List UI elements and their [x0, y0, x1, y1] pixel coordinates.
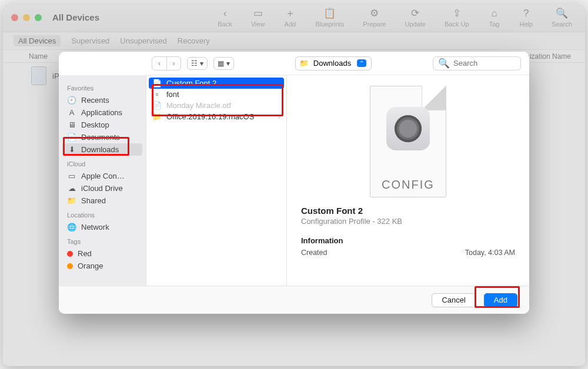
sidebar-item-applications[interactable]: AApplications: [59, 106, 146, 119]
preview-thumbnail: CONFIG: [370, 86, 446, 197]
applications-icon: A: [67, 108, 76, 117]
profile-file-icon: 📄: [152, 79, 162, 88]
downloads-icon: ⬇: [67, 145, 76, 154]
search-icon: 🔍: [438, 58, 450, 69]
popup-chevron-icon: ⌃: [357, 59, 366, 67]
add-button[interactable]: Add: [484, 293, 517, 307]
file-name: Monday Miracle.otf: [166, 101, 231, 110]
view-options[interactable]: ▦▾: [213, 57, 234, 70]
nav-forward-button[interactable]: ›: [166, 57, 181, 70]
cancel-button[interactable]: Cancel: [432, 293, 475, 307]
chevron-right-icon: ›: [278, 112, 280, 121]
open-panel: ‹ › ☷▾ ▦▾ 📁 Downloads ⌃ 🔍 Favorites 🕘Rec…: [59, 52, 529, 314]
sidebar-tag-red[interactable]: Red: [59, 247, 146, 260]
sidebar-item-network[interactable]: 🌐Network: [59, 221, 146, 233]
sidebar-item-apple-configurator[interactable]: ▭Apple Con…: [59, 170, 146, 182]
gear-app-icon: [386, 107, 430, 150]
nav-back-button[interactable]: ‹: [152, 57, 166, 70]
preview-file-name: Custom Font 2: [301, 206, 515, 216]
sidebar-item-desktop[interactable]: 🖥Desktop: [59, 119, 146, 131]
page-fold-icon: [422, 86, 446, 110]
sidebar-header-favorites: Favorites: [59, 80, 146, 94]
chevron-down-icon: ▾: [226, 59, 230, 68]
preview-created-label: Created: [301, 249, 327, 257]
nav-back-forward: ‹ ›: [152, 56, 181, 71]
path-popup[interactable]: 📁 Downloads ⌃: [295, 56, 372, 71]
sidebar-item-documents[interactable]: 📄Documents: [59, 131, 146, 143]
tag-dot-icon: [67, 263, 73, 269]
sidebar-item-icloud-drive[interactable]: ☁iCloud Drive: [59, 182, 146, 194]
search-field[interactable]: 🔍: [433, 56, 521, 71]
desktop-icon: 🖥: [67, 120, 76, 129]
sidebar-header-icloud: iCloud: [59, 156, 146, 170]
sidebar-header-tags: Tags: [59, 233, 146, 247]
preview-badge: CONFIG: [370, 178, 446, 192]
preview-info-header: Information: [301, 236, 515, 245]
clock-icon: 🕘: [67, 96, 76, 105]
preview-pane: CONFIG Custom Font 2 Configuration Profi…: [287, 75, 529, 286]
sidebar-header-locations: Locations: [59, 207, 146, 221]
shared-folder-icon: 📁: [67, 196, 76, 205]
documents-icon: 📄: [67, 133, 76, 142]
sidebar-item-recents[interactable]: 🕘Recents: [59, 94, 146, 106]
open-panel-sidebar: Favorites 🕘Recents AApplications 🖥Deskto…: [59, 75, 146, 286]
folder-icon: 📁: [299, 59, 309, 68]
file-name: Custom Font 2: [166, 79, 216, 88]
network-icon: 🌐: [67, 223, 76, 232]
chevron-down-icon: ▾: [200, 59, 203, 68]
preview-created-value: Today, 4:03 AM: [465, 249, 515, 257]
font-file-icon: 📄: [152, 101, 162, 110]
preview-file-kind: Configuration Profile - 322 KB: [301, 217, 515, 226]
sidebar-item-downloads[interactable]: ⬇Downloads: [62, 143, 142, 156]
open-panel-footer: Cancel Add: [59, 286, 529, 314]
path-label: Downloads: [313, 59, 351, 68]
sidebar-tag-orange[interactable]: Orange: [59, 260, 146, 272]
sidebar-item-shared[interactable]: 📁Shared: [59, 194, 146, 207]
open-panel-toolbar: ‹ › ☷▾ ▦▾ 📁 Downloads ⌃ 🔍: [146, 52, 529, 75]
view-as-columns[interactable]: ☷▾: [187, 57, 208, 70]
file-name: font: [166, 90, 179, 99]
columns-icon: ☷: [191, 59, 198, 68]
tag-dot-icon: [67, 251, 73, 257]
generic-file-icon: ▫: [152, 90, 162, 99]
search-input[interactable]: [453, 59, 516, 68]
file-row[interactable]: 📁 Office.2019.16.19.macOS ›: [146, 111, 286, 122]
grid-icon: ▦: [218, 59, 224, 68]
file-name: Office.2019.16.19.macOS: [166, 112, 254, 121]
app-icon: ▭: [67, 172, 76, 180]
cloud-icon: ☁: [67, 184, 76, 193]
file-list[interactable]: 📄 Custom Font 2 ▫ font 📄 Monday Miracle.…: [146, 75, 286, 286]
folder-icon: 📁: [152, 112, 162, 121]
file-column: 📄 Custom Font 2 ▫ font 📄 Monday Miracle.…: [146, 75, 287, 286]
file-row[interactable]: ▫ font: [146, 89, 286, 100]
file-row[interactable]: 📄 Custom Font 2: [149, 78, 284, 89]
file-row-disabled: 📄 Monday Miracle.otf: [146, 100, 286, 111]
